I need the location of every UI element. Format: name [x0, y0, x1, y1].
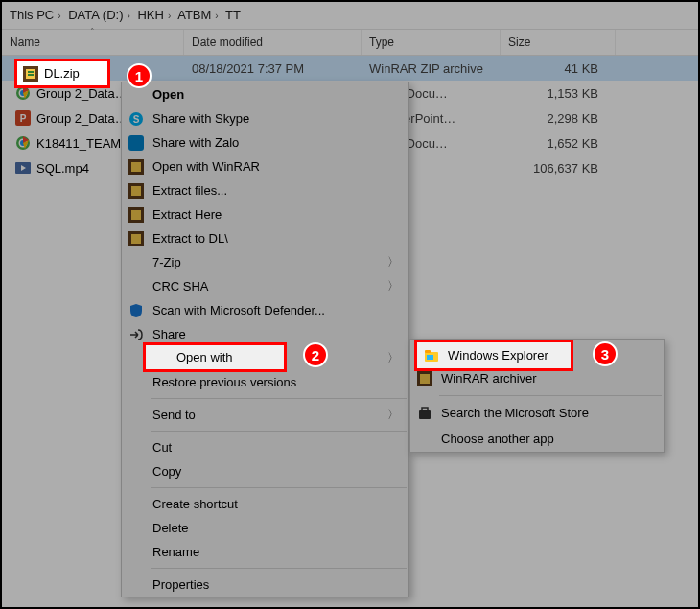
svg-rect-24 — [131, 234, 141, 244]
menu-share-zalo[interactable]: Share with Zalo — [122, 130, 408, 154]
winrar-icon — [128, 182, 145, 199]
chevron-right-icon: 〉 — [387, 254, 399, 270]
menu-create-shortcut[interactable]: Create shortcut — [122, 492, 408, 516]
shield-icon — [128, 302, 145, 319]
menu-7zip[interactable]: 7-Zip〉 — [122, 250, 408, 274]
file-size: 41 KB — [501, 61, 616, 76]
menu-send-to[interactable]: Send to〉 — [122, 403, 408, 427]
tutorial-badge-2: 2 — [303, 342, 328, 367]
chevron-right-icon: 〉 — [387, 350, 399, 366]
menu-open-winrar[interactable]: Open with WinRAR — [122, 154, 408, 178]
column-name[interactable]: Name ˄ — [2, 30, 184, 55]
winrar-icon — [416, 370, 433, 387]
menu-properties[interactable]: Properties — [122, 573, 408, 597]
menu-crc-sha[interactable]: CRC SHA〉 — [122, 274, 408, 298]
svg-text:S: S — [133, 114, 140, 125]
file-size: 106,637 KB — [501, 161, 616, 176]
menu-separator — [439, 395, 662, 396]
breadcrumb-seg[interactable]: TT — [225, 8, 241, 22]
file-name: Group 2_Data… — [36, 111, 128, 126]
svg-rect-20 — [131, 186, 141, 196]
column-size[interactable]: Size — [501, 30, 616, 55]
menu-separator — [151, 487, 407, 488]
tutorial-badge-3: 3 — [593, 341, 618, 366]
submenu-choose-another[interactable]: Choose another app — [410, 426, 664, 452]
svg-rect-18 — [131, 162, 141, 172]
menu-extract-here[interactable]: Extract Here — [122, 202, 408, 226]
file-size: 1,153 KB — [501, 86, 616, 101]
chevron-right-icon: › — [168, 11, 171, 21]
winrar-icon — [128, 230, 145, 247]
svg-rect-31 — [422, 408, 428, 411]
menu-separator — [151, 568, 407, 569]
menu-delete[interactable]: Delete — [122, 516, 408, 540]
menu-copy[interactable]: Copy — [122, 459, 408, 483]
store-icon — [416, 405, 433, 422]
file-size: 1,652 KB — [501, 136, 616, 151]
sort-up-icon: ˄ — [90, 27, 95, 36]
zalo-icon — [128, 134, 145, 152]
menu-separator — [151, 398, 407, 399]
chrome-icon — [15, 135, 31, 151]
column-type[interactable]: Type — [362, 30, 501, 55]
video-icon — [15, 160, 31, 176]
file-name: SQL.mp4 — [36, 161, 89, 176]
chevron-right-icon: › — [215, 11, 218, 21]
svg-text:P: P — [20, 113, 27, 124]
file-name: K18411_TEAM… — [36, 136, 133, 151]
menu-open[interactable]: Open — [122, 82, 408, 106]
submenu-search-store[interactable]: Search the Microsoft Store — [410, 400, 664, 426]
file-date: 08/18/2021 7:37 PM — [184, 61, 362, 76]
winrar-icon — [128, 206, 145, 223]
share-icon — [128, 326, 145, 343]
chevron-right-icon: › — [58, 11, 60, 21]
breadcrumb[interactable]: This PC› DATA (D:)› HKH› ATBM› TT — [2, 2, 698, 29]
skype-icon: S — [128, 110, 145, 128]
breadcrumb-seg[interactable]: DATA (D:) — [68, 8, 123, 22]
svg-rect-29 — [420, 374, 430, 384]
menu-extract-files[interactable]: Extract files... — [122, 178, 408, 202]
breadcrumb-seg[interactable]: This PC — [10, 8, 54, 22]
menu-share-skype[interactable]: SShare with Skype — [122, 106, 408, 130]
svg-rect-22 — [131, 210, 141, 220]
column-date[interactable]: Date modified — [184, 30, 362, 55]
column-headers: Name ˄ Date modified Type Size — [2, 29, 698, 56]
chevron-right-icon: › — [128, 11, 130, 21]
menu-cut[interactable]: Cut — [122, 435, 408, 459]
winrar-icon — [128, 158, 145, 176]
chevron-right-icon: 〉 — [387, 407, 399, 423]
chevron-right-icon: 〉 — [387, 278, 399, 294]
menu-separator — [151, 431, 407, 432]
menu-rename[interactable]: Rename — [122, 540, 408, 564]
file-type: WinRAR ZIP archive — [362, 61, 501, 76]
breadcrumb-seg[interactable]: ATBM — [177, 8, 211, 22]
menu-restore-prev[interactable]: Restore previous versions — [122, 370, 408, 394]
tutorial-badge-1: 1 — [127, 63, 152, 88]
menu-extract-to[interactable]: Extract to DL\ — [122, 226, 408, 250]
file-size: 2,298 KB — [501, 111, 616, 126]
menu-scan-defender[interactable]: Scan with Microsoft Defender... — [122, 298, 408, 322]
breadcrumb-seg[interactable]: HKH — [137, 8, 163, 22]
context-menu: Open SShare with Skype Share with Zalo O… — [121, 82, 409, 597]
powerpoint-icon: P — [15, 110, 31, 126]
svg-rect-16 — [128, 135, 144, 151]
